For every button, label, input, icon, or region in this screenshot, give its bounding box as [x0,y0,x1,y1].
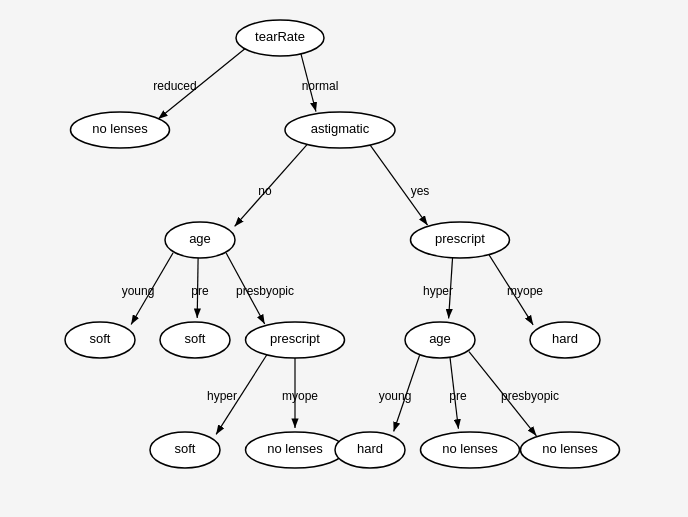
tree-container: reducednormalnoyesyoungprepresbyopichype… [0,0,688,517]
edge-label: presbyopic [501,389,559,403]
node-label: age [429,331,451,346]
edge-label: hyper [207,389,237,403]
node-soft1: soft [65,322,135,358]
node-label: prescript [435,231,485,246]
edge-label: young [379,389,412,403]
node-label: soft [90,331,111,346]
edge-label: young [122,284,155,298]
node-label: soft [175,441,196,456]
edge-label: no [258,184,272,198]
edge-line [235,141,311,226]
edge-label: hyper [423,284,453,298]
edge-label: normal [302,79,339,93]
edge-label: reduced [153,79,196,93]
node-hard2: hard [335,432,405,468]
node-noLenses3: no lenses [421,432,520,468]
node-label: soft [185,331,206,346]
node-label: hard [357,441,383,456]
node-tearRate: tearRate [236,20,324,56]
edge-label: myope [282,389,318,403]
node-label: no lenses [92,121,148,136]
node-noLenses2: no lenses [246,432,345,468]
node-soft3: soft [150,432,220,468]
node-prescript2: prescript [246,322,345,358]
node-label: tearRate [255,29,305,44]
edge-label: yes [411,184,430,198]
edge-label: pre [191,284,209,298]
decision-tree-svg: reducednormalnoyesyoungprepresbyopichype… [0,0,688,517]
edge-label: presbyopic [236,284,294,298]
node-label: age [189,231,211,246]
node-age1: age [165,222,235,258]
node-label: no lenses [267,441,323,456]
node-label: hard [552,331,578,346]
node-noLenses4: no lenses [521,432,620,468]
node-label: astigmatic [311,121,370,136]
node-label: prescript [270,331,320,346]
edge-label: pre [449,389,467,403]
node-hard1: hard [530,322,600,358]
node-age2: age [405,322,475,358]
edge-label: myope [507,284,543,298]
node-noLenses1: no lenses [71,112,170,148]
node-astigmatic: astigmatic [285,112,395,148]
node-prescript1: prescript [411,222,510,258]
node-label: no lenses [542,441,598,456]
node-soft2: soft [160,322,230,358]
node-label: no lenses [442,441,498,456]
